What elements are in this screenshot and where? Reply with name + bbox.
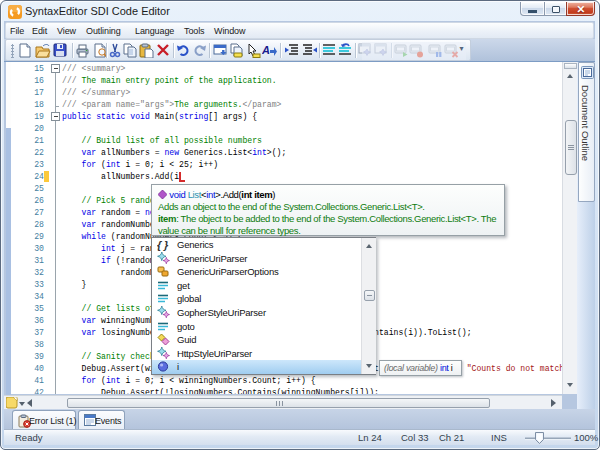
svg-text:A: A [262,44,270,56]
svg-text:{: { [157,239,163,251]
svg-text:}: } [163,239,169,251]
